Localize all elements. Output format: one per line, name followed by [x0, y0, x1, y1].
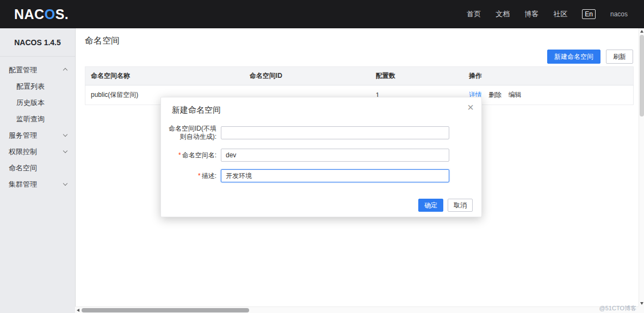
- namespace-name-label: *命名空间名:: [163, 151, 216, 159]
- scroll-up-icon[interactable]: [640, 30, 643, 33]
- refresh-button[interactable]: 刷新: [606, 50, 633, 64]
- toolbar: 新建命名空间 刷新: [547, 50, 633, 64]
- chevron-down-icon: [63, 181, 67, 186]
- header-nav: 首页 文档 博客 社区 En nacos: [467, 9, 628, 19]
- nav-home[interactable]: 首页: [467, 9, 481, 19]
- page-title: 命名空间: [85, 35, 120, 47]
- edit-link[interactable]: 编辑: [509, 91, 522, 99]
- menu-label: 权限控制: [9, 147, 37, 157]
- sidebar-item-service-management[interactable]: 服务管理: [0, 127, 75, 144]
- sidebar-item-config-list[interactable]: 配置列表: [0, 78, 75, 95]
- chevron-down-icon: [63, 132, 67, 137]
- required-asterisk: *: [178, 151, 181, 159]
- app-version: NACOS 1.4.5: [0, 28, 75, 57]
- sidebar-menu: 配置管理 配置列表 历史版本 监听查询 服务管理 权限控制 命名空间 集群管理: [0, 57, 75, 193]
- scroll-down-icon[interactable]: [640, 302, 643, 305]
- chevron-up-icon: [63, 68, 67, 72]
- close-icon[interactable]: ×: [467, 102, 474, 113]
- nav-blog[interactable]: 博客: [524, 9, 538, 19]
- new-namespace-button[interactable]: 新建命名空间: [547, 50, 600, 64]
- sidebar-item-history-versions[interactable]: 历史版本: [0, 95, 75, 111]
- sidebar-item-config-management[interactable]: 配置管理: [0, 62, 75, 78]
- username[interactable]: nacos: [610, 10, 628, 18]
- namespace-id-input[interactable]: [221, 126, 449, 139]
- required-asterisk: *: [198, 172, 201, 180]
- menu-label: 历史版本: [16, 98, 45, 108]
- description-label: *描述:: [163, 172, 216, 180]
- menu-label: 配置列表: [16, 82, 45, 91]
- col-namespace-name: 命名空间名称: [85, 67, 244, 85]
- delete-link[interactable]: 删除: [488, 91, 501, 99]
- logo-o: O: [45, 7, 55, 22]
- scrollbar-corner: [639, 306, 644, 313]
- vertical-scrollbar[interactable]: [639, 28, 644, 306]
- cell-operations: 详情 删除 编辑: [463, 85, 634, 105]
- nav-docs[interactable]: 文档: [496, 9, 510, 19]
- form-row-namespace-id: 命名空间ID(不填则自动生成):: [161, 125, 481, 141]
- scroll-left-icon[interactable]: [77, 309, 79, 312]
- form-row-namespace-name: *命名空间名:: [161, 149, 481, 162]
- namespace-id-label: 命名空间ID(不填则自动生成):: [163, 125, 216, 141]
- menu-label: 命名空间: [9, 163, 37, 173]
- sidebar: NACOS 1.4.5 配置管理 配置列表 历史版本 监听查询 服务管理 权限控…: [0, 28, 75, 313]
- sidebar-item-listening-query[interactable]: 监听查询: [0, 111, 75, 127]
- label-text: 命名空间ID(不填则自动生成):: [169, 125, 216, 140]
- nacos-logo[interactable]: NACOS.: [14, 7, 69, 22]
- menu-label: 服务管理: [9, 131, 37, 140]
- dialog-title: 新建命名空间: [172, 105, 221, 115]
- horizontal-scroll-thumb[interactable]: [82, 308, 249, 312]
- sidebar-item-permission-control[interactable]: 权限控制: [0, 144, 75, 160]
- col-operations: 操作: [463, 67, 634, 85]
- sidebar-item-namespace[interactable]: 命名空间: [0, 160, 75, 176]
- col-config-count: 配置数: [370, 67, 463, 85]
- nav-community[interactable]: 社区: [553, 9, 567, 19]
- table-header: 命名空间名称 命名空间ID 配置数 操作: [85, 67, 634, 85]
- menu-label: 集群管理: [9, 180, 37, 189]
- cancel-button[interactable]: 取消: [448, 199, 473, 212]
- label-text: 命名空间名:: [182, 151, 216, 159]
- watermark: @51CTO博客: [599, 304, 636, 312]
- confirm-button[interactable]: 确定: [418, 199, 443, 212]
- logo-text: NAC: [14, 7, 45, 22]
- menu-label: 配置管理: [9, 65, 37, 75]
- language-toggle[interactable]: En: [582, 9, 596, 19]
- form-row-description: *描述:: [161, 169, 481, 182]
- dialog-footer: 确定 取消: [418, 199, 473, 212]
- new-namespace-dialog: 新建命名空间 × 命名空间ID(不填则自动生成): *命名空间名: *描述: 确…: [160, 97, 482, 217]
- dialog-body: 命名空间ID(不填则自动生成): *命名空间名: *描述:: [161, 121, 481, 190]
- col-namespace-id: 命名空间ID: [244, 67, 370, 85]
- horizontal-scrollbar[interactable]: [75, 306, 639, 313]
- logo-text-end: S.: [55, 7, 69, 22]
- label-text: 描述:: [202, 172, 216, 180]
- vertical-scroll-thumb[interactable]: [640, 35, 644, 116]
- namespace-name-input[interactable]: [221, 149, 449, 162]
- top-header: NACOS. 首页 文档 博客 社区 En nacos: [0, 0, 644, 28]
- chevron-down-icon: [63, 149, 67, 153]
- description-input[interactable]: [221, 169, 449, 182]
- menu-label: 监听查询: [16, 114, 45, 124]
- sidebar-item-cluster-management[interactable]: 集群管理: [0, 176, 75, 193]
